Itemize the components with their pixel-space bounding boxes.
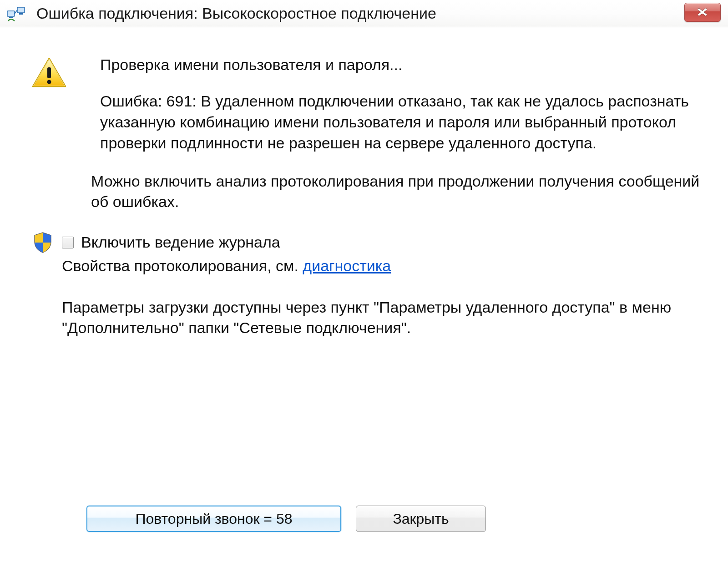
button-row: Повторный звонок = 58 Закрыть — [0, 506, 728, 532]
uac-shield-icon — [33, 232, 54, 255]
logging-properties-text: Свойства протоколирования, см. диагности… — [62, 255, 701, 277]
svg-rect-3 — [19, 13, 23, 15]
dialog-window: Ошибка подключения: Высокоскоростное под… — [0, 0, 728, 562]
svg-rect-5 — [47, 67, 51, 78]
connection-icon — [6, 5, 26, 23]
logging-tip-text: Можно включить анализ протоколирования п… — [91, 171, 701, 213]
error-text: Ошибка: 691: В удаленном подключении отк… — [100, 91, 701, 154]
diagnostics-link[interactable]: диагностика — [303, 257, 391, 274]
close-button[interactable]: Закрыть — [356, 506, 486, 532]
svg-rect-2 — [9, 17, 13, 18]
svg-rect-0 — [7, 11, 15, 16]
warning-icon — [31, 56, 72, 91]
svg-rect-1 — [17, 7, 25, 13]
enable-logging-label: Включить ведение журнала — [81, 232, 280, 253]
dialog-body: Проверка имени пользователя и пароля... … — [0, 27, 728, 562]
redial-button[interactable]: Повторный звонок = 58 — [86, 506, 341, 532]
status-text: Проверка имени пользователя и пароля... — [100, 55, 701, 76]
svg-line-4 — [15, 10, 17, 14]
svg-point-6 — [47, 80, 51, 84]
enable-logging-checkbox[interactable] — [62, 237, 74, 248]
logging-properties-prefix: Свойства протоколирования, см. — [62, 257, 303, 274]
ras-params-text: Параметры загрузки доступны через пункт … — [62, 297, 701, 339]
close-icon: ✕ — [696, 5, 709, 20]
titlebar: Ошибка подключения: Высокоскоростное под… — [0, 0, 728, 27]
window-close-button[interactable]: ✕ — [684, 3, 721, 22]
dialog-title: Ошибка подключения: Высокоскоростное под… — [36, 5, 436, 22]
